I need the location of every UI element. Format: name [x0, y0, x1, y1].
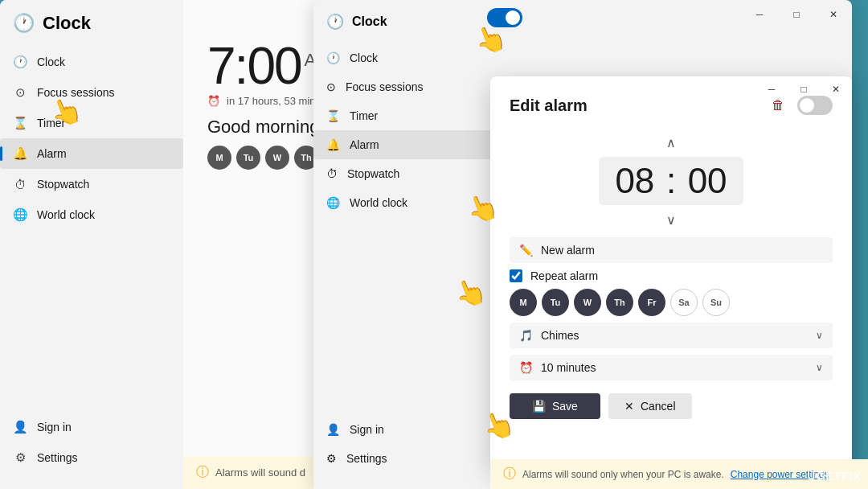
bg-nav-stopwatch[interactable]: ⏱ Stopwatch [0, 169, 183, 199]
day-monday-btn[interactable]: M [510, 289, 537, 316]
mid-sidebar: 🕐 Clock 🕐 Clock ⊙ Focus sessions ⌛ Timer… [313, 0, 497, 489]
hours-display: 08 [607, 163, 663, 199]
day-friday-btn[interactable]: Fr [638, 289, 665, 316]
day-saturday-btn[interactable]: Sa [670, 289, 698, 316]
dialog-toggle[interactable] [797, 96, 833, 115]
sound-icon: 🎵 [519, 329, 533, 342]
time-display: 08 : 00 [599, 157, 743, 205]
signin-icon: 👤 [13, 420, 27, 434]
dialog-footer: 💾 Save ✕ Cancel [510, 393, 833, 419]
sound-label: Chimes [541, 329, 808, 342]
mid-alarm-icon: 🔔 [326, 138, 340, 151]
bg-sidebar: 🕐 Clock 🕐 Clock ⊙ Focus sessions ⌛ Timer… [0, 0, 183, 489]
settings-icon: ⚙ [13, 450, 27, 465]
clock-icon: 🕐 [13, 55, 27, 69]
day-sunday-btn[interactable]: Su [702, 289, 730, 316]
mid-nav-clock[interactable]: 🕐 Clock [313, 43, 497, 72]
snooze-label: 10 minutes [541, 361, 808, 374]
mid-nav-settings[interactable]: ⚙ Settings [313, 444, 497, 473]
mid-nav-alarm[interactable]: 🔔 Alarm [313, 130, 497, 159]
mid-signin-icon: 👤 [326, 423, 340, 436]
day-tuesday-btn[interactable]: Tu [542, 289, 569, 316]
mid-stopwatch-icon: ⏱ [326, 167, 338, 180]
bg-toggle-knob [506, 10, 520, 25]
bg-toggle-area [487, 8, 522, 27]
active-indicator [0, 146, 2, 161]
dialog-notif-icon: ⓘ [503, 466, 516, 483]
edit-alarm-dialog: ─ □ ✕ Edit alarm 🗑 ∧ 08 : 00 ∨ ✏️ [490, 76, 852, 471]
day-w: W [265, 146, 289, 170]
mid-clock-icon2: 🕐 [326, 51, 340, 64]
hours-col: ∧ 08 : 00 ∨ [599, 131, 743, 231]
mid-maximize-btn[interactable]: □ [778, 0, 815, 29]
repeat-row: Repeat alarm [510, 269, 833, 282]
notif-warning-icon: ⓘ [196, 464, 209, 481]
sound-chevron-icon: ∨ [816, 330, 823, 341]
minutes-display: 00 [679, 163, 735, 199]
mid-nav-signin[interactable]: 👤 Sign in [313, 415, 497, 444]
dialog-minimize-btn[interactable]: ─ [755, 76, 788, 102]
stopwatch-icon: ⏱ [13, 177, 27, 191]
mid-worldclock-icon: 🌐 [326, 196, 340, 209]
bg-nav-signin[interactable]: 👤 Sign in [0, 412, 183, 442]
alarm-name-row: ✏️ [510, 237, 833, 263]
hours-up-btn[interactable]: ∧ [657, 131, 686, 154]
snooze-dropdown[interactable]: ⏰ 10 minutes ∨ [510, 355, 833, 380]
bg-toggle[interactable] [487, 8, 522, 27]
day-m: M [207, 146, 231, 170]
mid-nav-stopwatch[interactable]: ⏱ Stopwatch [313, 159, 497, 188]
dialog-toggle-knob [800, 98, 814, 113]
time-colon: : [663, 163, 679, 199]
mid-nav-focus[interactable]: ⊙ Focus sessions [313, 72, 497, 101]
bg-nav-settings[interactable]: ⚙ Settings [0, 442, 183, 473]
mid-timer-icon: ⌛ [326, 109, 340, 122]
snooze-icon: ⏰ [519, 361, 533, 374]
time-picker: ∧ 08 : 00 ∨ [510, 131, 833, 231]
bg-nav-focus[interactable]: ⊙ Focus sessions [0, 77, 183, 108]
day-tu: Tu [236, 146, 260, 170]
mid-nav-timer[interactable]: ⌛ Timer [313, 101, 497, 130]
bg-nav-timer[interactable]: ⌛ Timer [0, 108, 183, 138]
mid-close-btn[interactable]: ✕ [815, 0, 852, 29]
mid-settings-icon: ⚙ [326, 452, 337, 465]
mid-nav-worldclock[interactable]: 🌐 World clock [313, 188, 497, 217]
cancel-icon: ✕ [624, 400, 634, 413]
dialog-title: Edit alarm [510, 97, 588, 115]
alarm-icon: 🔔 [13, 146, 27, 161]
day-thursday-btn[interactable]: Th [606, 289, 633, 316]
bg-sidebar-bottom: 👤 Sign in ⚙ Settings [0, 412, 183, 473]
day-wednesday-btn[interactable]: W [574, 289, 601, 316]
save-icon: 💾 [532, 400, 546, 413]
days-row: M Tu W Th Fr Sa Su [510, 289, 833, 316]
sound-dropdown[interactable]: 🎵 Chimes ∨ [510, 323, 833, 348]
repeat-label: Repeat alarm [530, 269, 598, 282]
save-button[interactable]: 💾 Save [510, 393, 600, 419]
repeat-checkbox[interactable] [510, 269, 522, 282]
watermark: UGETFIX [807, 470, 862, 483]
snooze-chevron-icon: ∨ [816, 362, 823, 373]
mid-minimize-btn[interactable]: ─ [741, 0, 778, 29]
cancel-button[interactable]: ✕ Cancel [608, 393, 692, 419]
worldclock-icon: 🌐 [13, 208, 27, 222]
mid-focus-icon: ⊙ [326, 80, 336, 93]
mid-sidebar-bottom: 👤 Sign in ⚙ Settings [313, 415, 497, 473]
edit-name-icon: ✏️ [519, 244, 533, 257]
bg-nav-alarm[interactable]: 🔔 Alarm [0, 138, 183, 169]
timer-icon: ⌛ [13, 116, 27, 130]
hours-down-btn[interactable]: ∨ [657, 208, 686, 231]
alarm-name-input[interactable] [541, 244, 823, 257]
mid-titlebar: ─ □ ✕ [313, 0, 852, 29]
focus-icon: ⊙ [13, 85, 27, 100]
bg-nav-clock[interactable]: 🕐 Clock [0, 47, 183, 77]
bg-nav-worldclock[interactable]: 🌐 World clock [0, 199, 183, 230]
